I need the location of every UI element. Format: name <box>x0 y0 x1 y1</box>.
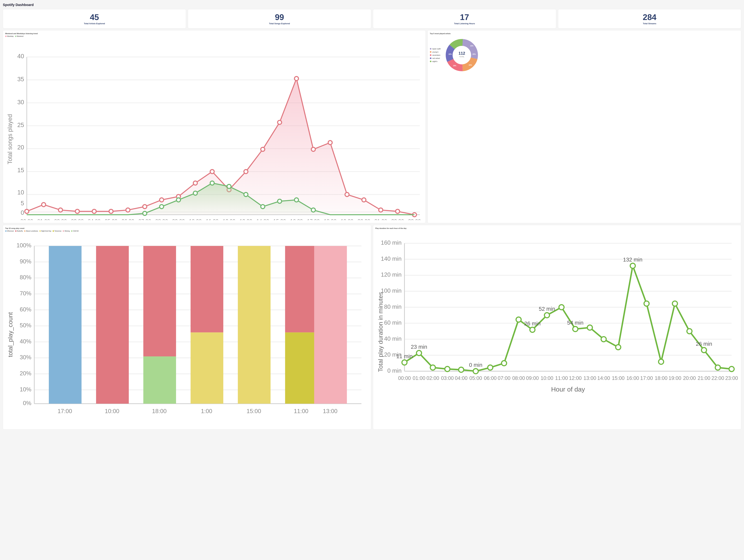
stat-number-3: 284 <box>643 13 657 22</box>
svg-text:20%: 20% <box>20 370 31 377</box>
svg-text:25: 25 <box>17 121 24 128</box>
svg-rect-121 <box>96 246 129 404</box>
svg-point-27 <box>126 208 130 212</box>
donut-chart-card: Top 5 most played artists taylor swift y… <box>427 30 741 223</box>
svg-point-180 <box>715 365 720 370</box>
svg-text:21:00: 21:00 <box>374 218 387 220</box>
svg-text:09:00: 09:00 <box>526 375 539 381</box>
svg-text:15: 15 <box>17 167 24 174</box>
svg-point-53 <box>261 205 265 209</box>
seventeen-label: seventeen <box>433 54 440 56</box>
stat-card-0: 45 Total Artists Explored <box>3 9 186 28</box>
svg-text:0: 0 <box>21 209 24 216</box>
svg-text:02:00: 02:00 <box>54 218 67 220</box>
svg-text:20:00: 20:00 <box>683 375 696 381</box>
svg-point-50 <box>210 181 214 185</box>
svg-point-163 <box>473 369 478 374</box>
stat-label-3: Total Streams <box>643 22 656 25</box>
redvelvet-label: red velvet <box>433 57 440 59</box>
svg-text:15:00: 15:00 <box>247 408 261 414</box>
svg-text:01:00: 01:00 <box>37 218 50 220</box>
svg-point-23 <box>59 208 63 212</box>
svg-text:03:00: 03:00 <box>71 218 84 220</box>
trend-chart-title: Weekend and Weekdays listening trend <box>5 33 423 35</box>
svg-text:80%: 80% <box>20 274 31 281</box>
svg-text:total_play_count: total_play_count <box>7 312 14 357</box>
stat-card-1: 99 Total Songs Explored <box>188 9 371 28</box>
taylor-dot <box>430 48 432 49</box>
svg-text:06:00: 06:00 <box>484 375 497 381</box>
svg-text:120 min: 120 min <box>381 271 401 278</box>
svg-point-171 <box>587 325 592 330</box>
svg-text:10:00: 10:00 <box>541 375 553 381</box>
svg-point-40 <box>345 192 349 197</box>
svg-rect-126 <box>190 246 223 332</box>
svg-text:11:00: 11:00 <box>294 408 308 414</box>
stat-label-2: Total Listening Hours <box>454 22 475 25</box>
svg-point-164 <box>488 365 493 370</box>
svg-text:08:00: 08:00 <box>512 375 525 381</box>
svg-point-166 <box>516 317 521 322</box>
svg-text:60%: 60% <box>20 306 31 313</box>
svg-text:18%: 18% <box>448 53 452 55</box>
svg-point-29 <box>160 198 164 202</box>
stat-number-0: 45 <box>90 13 99 22</box>
svg-text:05:00: 05:00 <box>105 218 117 220</box>
svg-point-55 <box>294 198 299 202</box>
svg-rect-134 <box>314 246 347 404</box>
stat-card-3: 284 Total Streams <box>558 9 741 28</box>
svg-text:13:00: 13:00 <box>583 375 596 381</box>
donut-section: taylor swift young k seventeen red velve… <box>430 35 739 75</box>
svg-text:50%: 50% <box>20 322 31 329</box>
svg-text:18:00: 18:00 <box>655 375 667 381</box>
stat-card-2: 17 Total Listening Hours <box>373 9 556 28</box>
svg-point-172 <box>601 337 606 342</box>
svg-text:11:00: 11:00 <box>555 375 568 381</box>
svg-text:04:00: 04:00 <box>455 375 468 381</box>
legend-seventeen: seventeen <box>430 54 441 56</box>
trend-legend: Weekday Weekend <box>5 35 423 37</box>
svg-point-36 <box>277 120 282 124</box>
svg-text:00:00: 00:00 <box>398 375 411 381</box>
svg-point-173 <box>616 345 621 350</box>
eighto-dot <box>430 61 432 62</box>
line-chart-svg: 160 min 140 min 120 min 100 min 80 min 6… <box>375 230 739 426</box>
chart-row-1: Weekend and Weekdays listening trend Wee… <box>3 30 741 223</box>
svg-text:29%: 29% <box>473 53 476 55</box>
donut-legend: taylor swift young k seventeen red velve… <box>430 48 441 62</box>
svg-rect-127 <box>190 333 223 404</box>
svg-text:11 min: 11 min <box>396 353 413 359</box>
svg-point-162 <box>458 367 463 372</box>
line-chart-title: Play duration for each hour of the day <box>375 227 739 229</box>
donut-svg: 112 TOTAL 15% 29% 20% 19% 18% <box>444 37 480 73</box>
svg-point-21 <box>25 210 29 214</box>
svg-point-54 <box>277 199 282 203</box>
svg-point-32 <box>210 170 214 174</box>
svg-text:40%: 40% <box>20 338 31 345</box>
svg-point-56 <box>311 208 315 212</box>
svg-text:TOTAL: TOTAL <box>459 56 464 58</box>
svg-text:10: 10 <box>17 189 24 196</box>
youngk-dot <box>430 51 432 53</box>
stat-label-0: Total Artists Explored <box>84 22 105 25</box>
svg-point-161 <box>445 367 450 372</box>
legend-eighto: eight'o <box>430 61 441 62</box>
svg-text:1:00: 1:00 <box>201 408 212 414</box>
svg-text:26 min: 26 min <box>696 341 712 347</box>
svg-point-176 <box>659 359 664 364</box>
svg-text:06:00: 06:00 <box>121 218 134 220</box>
weekend-dot <box>15 36 16 37</box>
svg-point-25 <box>92 210 96 214</box>
line-chart-card: Play duration for each hour of the day 1… <box>373 225 741 430</box>
svg-text:17:00: 17:00 <box>640 375 653 381</box>
legend-youngk: young k <box>430 51 441 53</box>
svg-point-22 <box>42 202 46 207</box>
svg-text:19:00: 19:00 <box>668 375 681 381</box>
svg-text:60 min: 60 min <box>384 320 402 326</box>
legend-taylor: taylor swift <box>430 48 441 50</box>
svg-text:20: 20 <box>17 144 24 151</box>
svg-point-181 <box>729 367 734 372</box>
svg-text:40: 40 <box>17 53 24 60</box>
svg-point-47 <box>160 205 164 209</box>
svg-text:5: 5 <box>21 200 24 207</box>
